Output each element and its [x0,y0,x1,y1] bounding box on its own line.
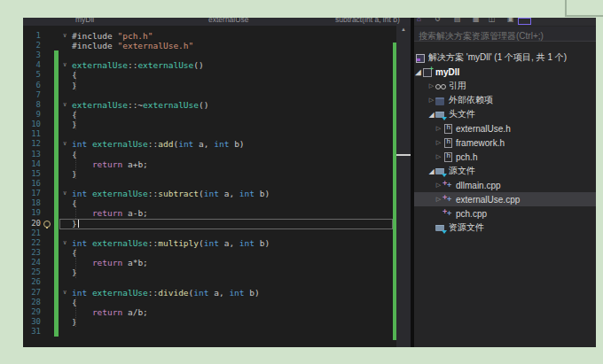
code-line[interactable]: 22∨int externalUse::multiply(int a, int … [23,238,411,248]
back-icon[interactable]: ⌂ [417,18,421,23]
code-line[interactable]: 27∨int externalUse::divide(int a, int b) [23,288,411,298]
fold-chevron-icon[interactable]: ∨ [59,288,70,298]
line-number: 3 [23,50,41,60]
code-line[interactable]: 8∨externalUse::~externalUse() [23,100,411,110]
line-number: 2 [23,41,41,50]
tree-item-pch.cpp[interactable]: pch.cpp [414,206,596,221]
breadcrumb-project-dropdown[interactable]: myDll [75,18,94,24]
fold-chevron-icon[interactable]: ∨ [59,139,70,149]
editor-navigation-bar: myDll externalUse subtract(int a, int b) [23,18,411,26]
code-line[interactable]: 20} [23,219,411,228]
fold-chevron-icon[interactable]: ∨ [59,189,70,198]
indent-guide [75,70,76,89]
tree-item-mydll[interactable]: ◢myDll [414,65,596,79]
code-line[interactable]: 3 [23,50,411,60]
tree-item-pch.h[interactable]: ▷pch.h [414,150,596,164]
tree-item-externaluse.h[interactable]: ▷externalUse.h [414,121,596,136]
code-line[interactable]: 25} [23,267,411,277]
tree-item-dllmain.cpp[interactable]: ▷dllmain.cpp [414,178,596,192]
code-line[interactable]: 2#include "externalUse.h" [23,41,411,50]
tree-item-label: pch.h [456,152,477,162]
change-tracking-bar [54,317,59,327]
breadcrumb-type-dropdown[interactable]: externalUse [208,18,248,24]
code-line[interactable]: 11 [23,129,411,139]
fold-chevron-icon[interactable]: ∨ [59,60,70,70]
code-text: int externalUse::subtract(int a, int b) [72,189,270,198]
code-line[interactable]: 16 [23,179,411,189]
sync-with-active-document-icon[interactable] [518,18,531,25]
scrollbar-up-icon[interactable]: ▲ [396,27,411,32]
code-editor[interactable]: myDll externalUse subtract(int a, int b)… [23,18,411,347]
collapsed-arrow-icon[interactable]: ▷ [435,196,442,203]
expanded-arrow-icon[interactable]: ◢ [427,167,435,175]
collapsed-arrow-icon[interactable]: ▷ [435,125,442,132]
expanded-arrow-icon[interactable]: ◢ [414,68,422,76]
text-cursor [78,220,79,228]
refresh-icon[interactable]: ▤ [454,18,461,23]
tree-item-[interactable]: ◢源文件 [414,164,596,178]
properties-icon[interactable]: ▣ [507,18,514,23]
code-area[interactable]: 1∨#include "pch.h"2#include "externalUse… [23,31,411,337]
hfile-icon [442,152,453,162]
expanded-arrow-icon[interactable]: ◢ [427,111,435,119]
collapse-all-icon[interactable]: ▦ [473,18,480,23]
tree-item-label: 源文件 [449,165,475,177]
code-line[interactable]: 21 [23,228,411,238]
code-line[interactable]: 15} [23,169,411,179]
collapsed-arrow-icon[interactable]: ▷ [435,182,442,189]
breadcrumb-member-dropdown[interactable]: subtract(int a, int b) [335,18,400,24]
code-line[interactable]: 24 return a*b; [23,258,411,267]
code-line[interactable]: 7 [23,90,411,100]
collapsed-arrow-icon[interactable]: ▷ [435,139,442,146]
line-number: 21 [23,228,41,238]
code-line[interactable]: 4∨externalUse::externalUse() [23,60,411,70]
tree-item-externaluse.cpp[interactable]: ▷externalUse.cpp [414,192,596,206]
change-tracking-bar [54,159,59,169]
code-line[interactable]: 9{ [23,110,411,120]
search-input[interactable] [414,29,596,43]
code-line[interactable]: 6} [23,81,411,90]
lightbulb-icon[interactable] [43,221,51,228]
tree-item-framework.h[interactable]: ▷framework.h [414,136,596,150]
collapsed-arrow-icon[interactable]: ▷ [427,97,435,104]
code-line[interactable]: 17∨int externalUse::subtract(int a, int … [23,189,411,198]
line-number: 6 [23,81,41,90]
line-number: 8 [23,100,41,110]
code-line[interactable]: 29 return a/b; [23,307,411,317]
sync-icon[interactable]: ↺ [435,18,441,23]
code-line[interactable]: 26 [23,277,411,287]
show-all-files-icon[interactable]: ◫ [489,18,496,23]
tree-item-mydll-1-1[interactable]: 解决方案 'myDll' (1 个项目, 共 1 个) [414,50,596,65]
fold-chevron-icon[interactable]: ∨ [59,238,70,248]
line-number: 15 [23,169,41,179]
code-line[interactable]: 13{ [23,150,411,159]
tree-item-[interactable]: 资源文件 [414,221,596,235]
change-tracking-bar [54,228,59,238]
collapsed-arrow-icon[interactable]: ▷ [435,153,442,160]
code-line[interactable]: 14 return a+b; [23,159,411,169]
indent-guide [75,298,76,327]
change-tracking-bar [54,238,59,248]
code-line[interactable]: 19 return a-b; [23,208,411,218]
change-tracking-bar [54,298,59,307]
tree-item-[interactable]: ▷外部依赖项 [414,93,596,107]
code-line[interactable]: 10} [23,120,411,129]
scrollbar-track[interactable] [396,26,411,347]
fold-chevron-icon[interactable]: ∨ [59,100,70,110]
code-text: return a*b; [72,258,148,267]
code-line[interactable]: 31 [23,327,411,337]
code-line[interactable]: 12∨int externalUse::add(int a, int b) [23,139,411,149]
code-line[interactable]: 5{ [23,70,411,80]
code-line[interactable]: 18{ [23,198,411,208]
tree-item-[interactable]: ▷引用 [414,79,596,93]
code-text: int externalUse::multiply(int a, int b) [72,238,270,248]
fold-chevron-icon[interactable]: ∨ [59,31,70,41]
collapsed-arrow-icon[interactable]: ▷ [427,82,435,89]
solution-search-box[interactable] [414,27,596,42]
code-line[interactable]: 30} [23,317,411,327]
code-line[interactable]: 23{ [23,248,411,258]
tree-item-[interactable]: ◢头文件 [414,107,596,121]
indent-guide [75,198,76,218]
code-line[interactable]: 28{ [23,298,411,307]
code-line[interactable]: 1∨#include "pch.h" [23,31,411,41]
